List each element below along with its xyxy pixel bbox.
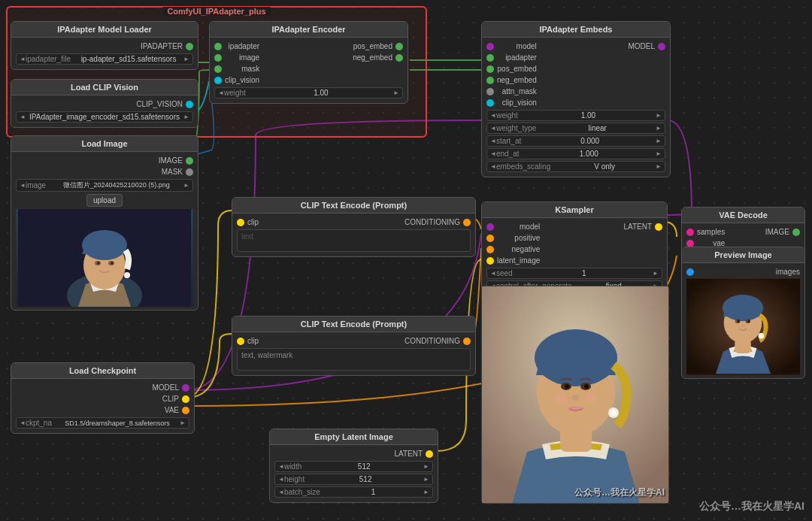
group-label: ComfyUI_IPAdapter_plus (162, 7, 270, 16)
embeds-neg-in-port (486, 77, 494, 84)
weight-field[interactable]: ◄ weight 1.00 ► (214, 87, 403, 98)
portrait-svg (16, 209, 193, 307)
checkpoint-model-out-label: MODEL (152, 383, 179, 392)
load-clip-vision-node: Load CLIP Vision CLIP_VISION ◄ IPAdapter… (11, 79, 198, 128)
embeds-end-value: 1.000 (523, 150, 656, 158)
ipadapter-output-label: IPADAPTER (141, 42, 183, 50)
clip-vision-output-port (186, 101, 193, 108)
checkpoint-file-arrow-right[interactable]: ► (180, 420, 186, 426)
neg-embed-out-row: neg_embed (353, 52, 403, 63)
latent-height-arrow-left[interactable]: ◄ (278, 476, 284, 483)
embeds-start-field[interactable]: ◄ start_at 0.000 ► (486, 135, 665, 147)
vae-image-out-row: IMAGE (765, 226, 800, 238)
weight-arrow-right[interactable]: ► (393, 89, 399, 96)
latent-width-arrow-left[interactable]: ◄ (278, 463, 284, 470)
embeds-start-arrow-right[interactable]: ► (656, 138, 662, 144)
embeds-scaling-arrow-left[interactable]: ◄ (490, 163, 496, 170)
latent-height-field[interactable]: ◄ height 512 ► (274, 474, 433, 485)
ksampler-latent-in-port (486, 257, 494, 265)
embeds-attn-in-port (486, 88, 494, 95)
embeds-clip-in-row: clip_vision (486, 97, 537, 108)
upload-button[interactable]: upload (86, 194, 123, 207)
svg-point-20 (741, 324, 745, 327)
ksampler-seed-arrow-left[interactable]: ◄ (490, 270, 496, 277)
embeds-end-arrow-left[interactable]: ◄ (490, 150, 496, 157)
ipadapter-file-label: ipadapter_file (26, 55, 71, 63)
embeds-weight-type-arrow-right[interactable]: ► (656, 125, 662, 132)
clip-vision-arrow-left[interactable]: ◄ (20, 114, 26, 120)
clip-pos-text-input[interactable]: text (237, 229, 471, 252)
clip-text-encode-neg-node: CLIP Text Encode (Prompt) clip CONDITION… (232, 316, 476, 376)
clip-neg-in-row: clip (237, 335, 259, 347)
latent-out-label: LATENT (394, 450, 423, 458)
ipadapter-file-arrow-right[interactable]: ► (183, 56, 189, 62)
watermark-overlay: 公众号…我在火星学AI (574, 486, 665, 499)
checkpoint-clip-out-label: CLIP (162, 395, 179, 403)
latent-width-field[interactable]: ◄ width 512 ► (274, 461, 433, 472)
checkpoint-file-arrow-left[interactable]: ◄ (20, 420, 26, 426)
load-image-title: Load Image (11, 136, 198, 152)
ksampler-latent-out-label: LATENT (623, 223, 652, 231)
checkpoint-clip-out-port (182, 395, 189, 403)
svg-point-34 (611, 410, 617, 416)
preview-image-output (686, 277, 800, 375)
embeds-pos-in-port (486, 65, 494, 73)
vae-samples-in-label: samples (697, 228, 725, 236)
image-out-port (186, 157, 193, 165)
ksampler-seed-arrow-right[interactable]: ► (653, 270, 659, 277)
ipadapter-file-arrow-left[interactable]: ◄ (20, 56, 26, 62)
ksampler-seed-value: 1 (516, 269, 653, 277)
image-file-label: image (26, 181, 46, 189)
ipadapter-file-field[interactable]: ◄ ipadapter_file ip-adapter_sd15.safeten… (16, 53, 193, 65)
latent-width-arrow-right[interactable]: ► (423, 463, 429, 470)
weight-arrow-left[interactable]: ◄ (218, 89, 224, 96)
conditioning-neg-out-port (463, 338, 471, 345)
ipadapter-embeds-node: IPAdapter Embeds model ipadapter pos_emb… (481, 21, 671, 177)
latent-batch-field[interactable]: ◄ batch_size 1 ► (274, 486, 433, 498)
embeds-end-field[interactable]: ◄ end_at 1.000 ► (486, 148, 665, 159)
embeds-pos-in-row: pos_embed (486, 63, 537, 74)
embeds-scaling-arrow-right[interactable]: ► (656, 163, 662, 170)
embeds-model-out-row: MODEL (628, 41, 665, 52)
mask-out-label: MASK (162, 168, 183, 176)
clip-text-encode-pos-node: CLIP Text Encode (Prompt) clip CONDITION… (232, 197, 476, 257)
ksampler-seed-field[interactable]: ◄ seed 1 ► (486, 268, 662, 279)
embeds-weight-arrow-right[interactable]: ► (656, 112, 662, 119)
ksampler-neg-in-label: negative (511, 245, 540, 253)
clip-neg-text-input[interactable]: text, watermark (237, 348, 471, 371)
ksampler-pos-in-port (486, 235, 494, 242)
latent-height-arrow-right[interactable]: ► (423, 476, 429, 483)
embeds-weight-value: 1.00 (521, 111, 656, 120)
checkpoint-file-field[interactable]: ◄ ckpt_na SD1.5/dreamshaper_8.safetensor… (16, 417, 189, 429)
clip-text-encode-pos-title: CLIP Text Encode (Prompt) (232, 198, 475, 214)
latent-batch-arrow-left[interactable]: ◄ (278, 489, 284, 495)
embeds-start-value: 0.000 (524, 137, 656, 145)
ksampler-latent-in-label: latent_image (497, 256, 540, 265)
latent-batch-arrow-right[interactable]: ► (423, 489, 429, 495)
embeds-end-arrow-right[interactable]: ► (656, 150, 662, 157)
conditioning-pos-out-label: CONDITIONING (404, 218, 460, 226)
preview-image-title: Preview Image (682, 247, 804, 263)
ksampler-model-in-row: model (486, 221, 540, 232)
image-file-field[interactable]: ◄ image 微信图片_20240425210020 (5).png ► (16, 179, 193, 192)
clip-pos-in-port (237, 219, 244, 226)
clip-neg-text: text, watermark (241, 351, 292, 359)
svg-point-31 (584, 384, 589, 389)
clip-vision-file-field[interactable]: ◄ IPAdapter_image_encoder_sd15.safetenso… (16, 111, 193, 123)
image-file-arrow-right[interactable]: ► (183, 182, 189, 189)
image-file-arrow-left[interactable]: ◄ (20, 182, 26, 189)
clip-vision-output-label: CLIP_VISION (136, 100, 183, 108)
embeds-weight-arrow-left[interactable]: ◄ (490, 112, 496, 119)
ksampler-neg-in-row: negative (486, 244, 540, 255)
embeds-weight-type-arrow-left[interactable]: ◄ (490, 125, 496, 132)
clip-vision-arrow-right[interactable]: ► (183, 114, 189, 120)
embeds-start-arrow-left[interactable]: ◄ (490, 138, 496, 144)
mask-in-row: mask (214, 63, 259, 74)
node-canvas: ComfyUI_IPAdapter_plus IPAdapter Model L… (0, 0, 812, 521)
vae-samples-in-row: samples (686, 226, 725, 238)
embeds-weight-field[interactable]: ◄ weight 1.00 ► (486, 110, 665, 121)
embeds-weight-type-field[interactable]: ◄ weight_type linear ► (486, 123, 665, 134)
conditioning-neg-out-row: CONDITIONING (404, 335, 471, 347)
embeds-scaling-field[interactable]: ◄ embeds_scaling V only ► (486, 161, 665, 172)
svg-point-18 (738, 320, 740, 323)
